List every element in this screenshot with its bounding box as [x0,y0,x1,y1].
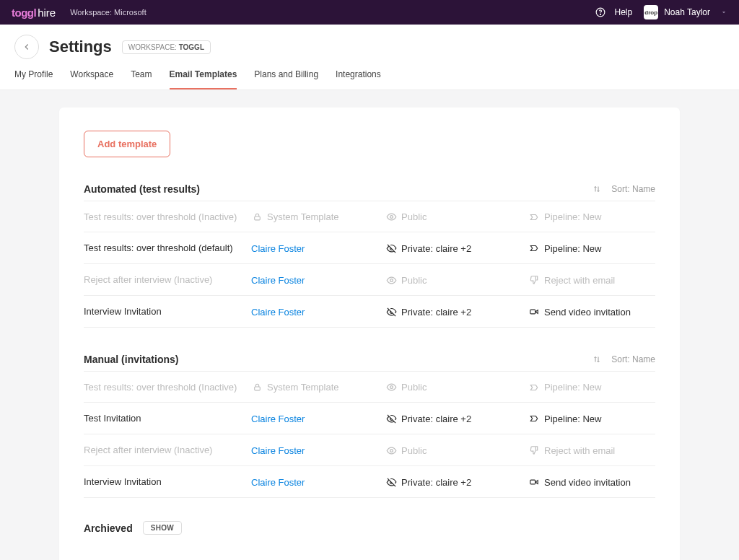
sort-button[interactable]: Sort: Name [591,354,655,364]
template-name: Test results: over threshold (default) [84,242,251,253]
owner-link[interactable]: Claire Foster [251,445,305,456]
template-row[interactable]: Test results: over threshold (default)Cl… [84,232,655,264]
visibility-label: Public [401,211,427,222]
template-name: Interview Invitation [84,306,251,317]
eye-off-icon [385,307,397,318]
visibility-label: Public [401,275,427,286]
page-title: Settings [49,38,112,56]
tab-integrations[interactable]: Integrations [336,69,381,89]
visibility-label: Private: claire +2 [401,477,471,488]
templates-card: Add template Automated (test results)Sor… [59,108,680,560]
owner-link[interactable]: Claire Foster [251,243,305,254]
chevron-down-icon[interactable] [720,9,727,16]
template-visibility: Private: claire +2 [385,242,528,253]
template-row[interactable]: Test results: over threshold (Inactive)S… [84,201,655,232]
tabs: My ProfileWorkspaceTeamEmail TemplatesPl… [14,69,725,89]
sort-button[interactable]: Sort: Name [591,184,655,194]
tab-my-profile[interactable]: My Profile [14,69,53,89]
eye-icon [385,275,397,286]
pipeline-icon [528,414,540,424]
template-visibility: Public [385,211,528,222]
template-action: Pipeline: New [528,381,655,393]
workspace-name: TOGGL [179,43,204,51]
template-visibility: Public [385,381,528,393]
template-name: Test Invitation [84,413,251,424]
template-row[interactable]: Test InvitationClaire FosterPrivate: cla… [84,403,655,434]
avatar[interactable]: drop [644,5,658,19]
pipeline-icon [528,382,540,393]
workspace-label: Workspace: Microsoft [70,8,147,17]
template-row[interactable]: Reject after interview (Inactive)Claire … [84,434,655,466]
template-owner: System Template [251,381,385,393]
action-label: Pipeline: New [544,414,602,424]
svg-point-8 [390,449,393,452]
template-owner[interactable]: Claire Foster [251,476,385,487]
eye-off-icon [385,477,397,488]
sort-icon [591,185,603,193]
action-label: Pipeline: New [544,211,602,222]
template-action: Reject with email [528,274,655,285]
owner-link[interactable]: Claire Foster [251,477,305,488]
thumbs-down-icon [528,445,540,455]
svg-point-3 [390,216,393,219]
template-row[interactable]: Interview InvitationClaire FosterPrivate… [84,466,655,498]
template-owner[interactable]: Claire Foster [251,412,385,424]
user-name[interactable]: Noah Taylor [664,7,710,17]
template-visibility: Public [385,444,528,455]
tab-email-templates[interactable]: Email Templates [170,69,237,89]
template-owner[interactable]: Claire Foster [251,444,385,455]
template-action: Send video invitation [528,305,655,317]
help-icon [595,7,606,17]
svg-point-1 [600,14,601,14]
logo[interactable]: toggl hire [12,6,56,19]
back-button[interactable] [14,35,39,59]
eye-off-icon [385,414,397,424]
top-bar: toggl hire Workspace: Microsoft Help dro… [0,0,739,25]
visibility-label: Public [401,382,427,393]
template-name: Test results: over threshold (Inactive) [84,382,251,393]
eye-off-icon [385,243,397,254]
section-header: Manual (invitations)Sort: Name [84,354,655,365]
lock-icon [251,382,263,392]
section-title: Manual (invitations) [84,354,591,365]
owner-link[interactable]: Claire Foster [251,275,305,286]
tab-team[interactable]: Team [131,69,152,89]
template-action: Pipeline: New [528,242,655,253]
template-row[interactable]: Interview InvitationClaire FosterPrivate… [84,296,655,328]
visibility-label: Private: claire +2 [401,414,471,424]
template-row[interactable]: Test results: over threshold (Inactive)S… [84,371,655,403]
action-label: Send video invitation [544,477,631,488]
add-template-button[interactable]: Add template [84,131,170,157]
owner-link[interactable]: Claire Foster [251,414,305,424]
template-owner[interactable]: Claire Foster [251,305,385,317]
template-row[interactable]: Reject after interview (Inactive)Claire … [84,264,655,296]
lock-icon [251,212,263,222]
visibility-label: Public [401,445,427,456]
template-name: Test results: over threshold (Inactive) [84,211,251,222]
workspace-prefix: WORKSPACE: [128,43,177,51]
sort-label: Sort: Name [611,354,655,364]
template-owner: System Template [251,211,385,222]
pipeline-icon [528,212,540,222]
template-action: Reject with email [528,444,655,455]
page-header: Settings WORKSPACE: TOGGL My ProfileWork… [0,25,739,90]
sort-label: Sort: Name [611,184,655,194]
owner-label: System Template [267,211,338,222]
video-icon [528,307,540,317]
template-name: Reject after interview (Inactive) [84,274,251,285]
archived-section: Archieved SHOW [84,521,655,535]
template-owner[interactable]: Claire Foster [251,242,385,253]
template-owner[interactable]: Claire Foster [251,274,385,285]
template-action: Pipeline: New [528,211,655,222]
svg-rect-6 [254,387,260,390]
help-button[interactable]: Help [595,7,632,17]
show-archived-button[interactable]: SHOW [143,521,182,535]
visibility-label: Private: claire +2 [401,243,471,254]
svg-rect-2 [254,216,260,220]
owner-label: System Template [267,382,338,393]
owner-link[interactable]: Claire Foster [251,307,305,318]
tab-workspace[interactable]: Workspace [70,69,113,89]
svg-point-4 [390,279,393,281]
tab-plans-and-billing[interactable]: Plans and Billing [254,69,318,89]
template-visibility: Public [385,274,528,285]
